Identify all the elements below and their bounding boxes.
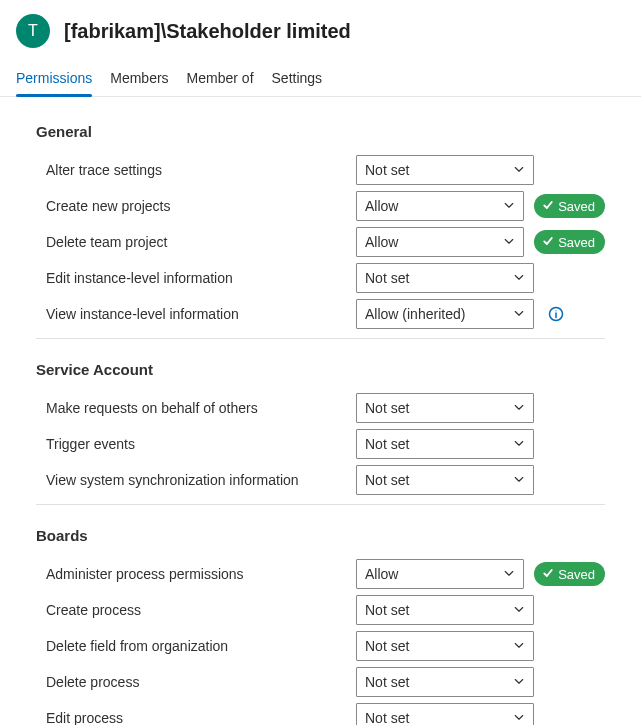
chevron-down-icon <box>503 234 515 250</box>
permission-value: Allow <box>365 566 398 582</box>
content: GeneralAlter trace settingsNot setCreate… <box>0 97 641 725</box>
saved-badge: Saved <box>534 230 605 254</box>
permission-row: Create processNot set <box>36 592 605 628</box>
chevron-down-icon <box>513 400 525 416</box>
chevron-down-icon <box>513 306 525 322</box>
permission-select-make-requests-on-behalf-of-others[interactable]: Not set <box>356 393 534 423</box>
permission-row: Alter trace settingsNot set <box>36 152 605 188</box>
permission-select-view-system-synchronization-information[interactable]: Not set <box>356 465 534 495</box>
permission-label: View system synchronization information <box>36 472 346 488</box>
chevron-down-icon <box>513 270 525 286</box>
permission-label: Delete process <box>36 674 346 690</box>
permission-label: Delete field from organization <box>36 638 346 654</box>
permission-value: Not set <box>365 162 409 178</box>
permission-value: Allow <box>365 234 398 250</box>
permission-value: Not set <box>365 472 409 488</box>
permission-row: View system synchronization informationN… <box>36 462 605 498</box>
chevron-down-icon <box>513 710 525 725</box>
avatar: T <box>16 14 50 48</box>
chevron-down-icon <box>513 638 525 654</box>
permission-select-edit-process[interactable]: Not set <box>356 703 534 725</box>
permission-value: Not set <box>365 436 409 452</box>
section-general: GeneralAlter trace settingsNot setCreate… <box>36 123 605 339</box>
section-title: Service Account <box>36 361 605 378</box>
permission-label: Make requests on behalf of others <box>36 400 346 416</box>
permission-select-view-instance-level-information[interactable]: Allow (inherited) <box>356 299 534 329</box>
permission-select-delete-process[interactable]: Not set <box>356 667 534 697</box>
permission-row: Edit instance-level informationNot set <box>36 260 605 296</box>
svg-point-2 <box>555 310 556 311</box>
section-service-account: Service AccountMake requests on behalf o… <box>36 361 605 505</box>
permission-select-delete-field-from-organization[interactable]: Not set <box>356 631 534 661</box>
permission-select-administer-process-permissions[interactable]: Allow <box>356 559 524 589</box>
permission-label: Edit instance-level information <box>36 270 346 286</box>
permission-row: Delete field from organizationNot set <box>36 628 605 664</box>
check-icon <box>542 199 554 214</box>
permission-select-edit-instance-level-information[interactable]: Not set <box>356 263 534 293</box>
permission-select-create-process[interactable]: Not set <box>356 595 534 625</box>
saved-badge: Saved <box>534 562 605 586</box>
chevron-down-icon <box>503 198 515 214</box>
tab-permissions[interactable]: Permissions <box>16 70 92 96</box>
permission-value: Not set <box>365 400 409 416</box>
section-boards: BoardsAdminister process permissionsAllo… <box>36 527 605 725</box>
permission-label: Trigger events <box>36 436 346 452</box>
chevron-down-icon <box>513 436 525 452</box>
tab-member-of[interactable]: Member of <box>187 70 254 96</box>
chevron-down-icon <box>513 472 525 488</box>
permission-value: Not set <box>365 710 409 725</box>
saved-badge: Saved <box>534 194 605 218</box>
permission-row: Delete processNot set <box>36 664 605 700</box>
permission-label: Create process <box>36 602 346 618</box>
permission-select-delete-team-project[interactable]: Allow <box>356 227 524 257</box>
permission-label: View instance-level information <box>36 306 346 322</box>
chevron-down-icon <box>513 162 525 178</box>
permission-value: Not set <box>365 270 409 286</box>
permission-value: Not set <box>365 674 409 690</box>
permission-row: Edit processNot set <box>36 700 605 725</box>
chevron-down-icon <box>503 566 515 582</box>
permission-value: Allow (inherited) <box>365 306 465 322</box>
saved-badge-label: Saved <box>558 567 595 582</box>
permission-value: Allow <box>365 198 398 214</box>
page-root: T [fabrikam]\Stakeholder limited Permiss… <box>0 0 641 725</box>
avatar-initial: T <box>28 22 38 40</box>
permission-label: Alter trace settings <box>36 162 346 178</box>
permission-select-trigger-events[interactable]: Not set <box>356 429 534 459</box>
saved-badge-label: Saved <box>558 235 595 250</box>
permission-label: Edit process <box>36 710 346 725</box>
chevron-down-icon <box>513 602 525 618</box>
permission-label: Create new projects <box>36 198 346 214</box>
page-title: [fabrikam]\Stakeholder limited <box>64 20 351 43</box>
permission-select-alter-trace-settings[interactable]: Not set <box>356 155 534 185</box>
permission-label: Administer process permissions <box>36 566 346 582</box>
permission-label: Delete team project <box>36 234 346 250</box>
check-icon <box>542 567 554 582</box>
permission-row: Administer process permissionsAllowSaved <box>36 556 605 592</box>
chevron-down-icon <box>513 674 525 690</box>
permission-value: Not set <box>365 602 409 618</box>
saved-badge-label: Saved <box>558 199 595 214</box>
page-header: T [fabrikam]\Stakeholder limited <box>0 0 641 48</box>
permission-value: Not set <box>365 638 409 654</box>
permission-select-create-new-projects[interactable]: Allow <box>356 191 524 221</box>
info-icon[interactable] <box>548 306 564 322</box>
permission-row: View instance-level informationAllow (in… <box>36 296 605 332</box>
tab-settings[interactable]: Settings <box>272 70 323 96</box>
permission-row: Delete team projectAllowSaved <box>36 224 605 260</box>
permission-row: Trigger eventsNot set <box>36 426 605 462</box>
section-title: General <box>36 123 605 140</box>
section-title: Boards <box>36 527 605 544</box>
permission-row: Create new projectsAllowSaved <box>36 188 605 224</box>
check-icon <box>542 235 554 250</box>
tabs: PermissionsMembersMember ofSettings <box>0 48 641 97</box>
permission-row: Make requests on behalf of othersNot set <box>36 390 605 426</box>
tab-members[interactable]: Members <box>110 70 168 96</box>
